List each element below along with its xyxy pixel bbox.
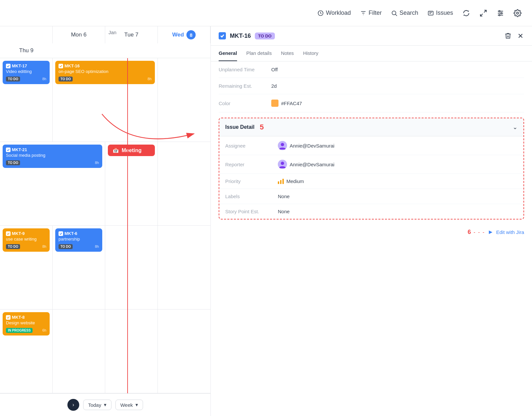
task-title: use case writing — [6, 237, 46, 242]
task-title: on-page SEO optimization — [59, 69, 152, 75]
task-title: Social media posting — [6, 153, 99, 158]
search-btn[interactable]: Search — [391, 10, 418, 16]
week-label: Week — [120, 402, 133, 408]
edit-jira-number: 6 — [468, 229, 471, 236]
cell-mon-r2: MKT-21 Social media posting TO DO 8h — [0, 142, 105, 225]
day-label: Wed — [172, 32, 184, 38]
cell-wed-r4 — [105, 310, 158, 393]
task-hours: 8h — [95, 161, 99, 165]
search-label: Search — [399, 10, 418, 16]
calendar-header: Jan Mon 6 Tue 7 Wed 8 Thu 9 — [0, 26, 210, 58]
day-label: Tue 7 — [124, 32, 138, 38]
expand-icon — [479, 9, 487, 17]
detail-status-badge[interactable]: TO DO — [255, 33, 275, 39]
task-mkt6[interactable]: MKT-6 partnership TO DO 8h — [55, 228, 102, 252]
gear-icon — [514, 9, 521, 17]
tab-history[interactable]: History — [303, 46, 319, 61]
sliders-btn[interactable] — [496, 9, 504, 17]
task-id: MKT-16 — [64, 63, 80, 68]
issue-detail-header[interactable]: Issue Detail 5 ⌄ — [219, 118, 523, 136]
calendar-panel: Jan Mon 6 Tue 7 Wed 8 Thu 9 — [0, 26, 211, 416]
meeting-event[interactable]: 📅 Meeting — [108, 145, 155, 156]
field-story-points: Story Point Est. None — [219, 204, 523, 219]
task-check — [6, 148, 11, 152]
search-icon — [391, 10, 398, 16]
cell-wed-r2: 📅 Meeting — [105, 142, 158, 225]
edit-jira-link[interactable]: Edit with Jira — [496, 229, 524, 235]
field-label: Reporter — [225, 162, 278, 167]
calendar-row-4: MKT-8 Design website IN PROGRESS 6h — [0, 310, 210, 393]
day-wed8: Wed 8 — [158, 26, 210, 43]
task-id: MKT-8 — [12, 315, 25, 320]
refresh-btn[interactable] — [462, 9, 470, 17]
calendar-row-2: MKT-21 Social media posting TO DO 8h 📅 M… — [0, 142, 210, 226]
field-label: Unplanned Time — [219, 67, 271, 72]
filter-label: Filter — [369, 10, 382, 16]
cell-mon-r3: MKT-9 use case writing TO DO 8h — [0, 226, 53, 309]
task-hours: 8h — [42, 244, 46, 248]
status-badge: TO DO — [6, 77, 20, 81]
expand-btn[interactable] — [479, 9, 487, 17]
nav-prev-btn[interactable]: › — [67, 399, 79, 411]
edit-jira-dashes: - - - — [473, 229, 485, 235]
tab-plan-details[interactable]: Plan details — [246, 46, 272, 61]
status-badge: TO DO — [59, 244, 73, 249]
field-value: 2d — [271, 83, 277, 89]
task-mkt21[interactable]: MKT-21 Social media posting TO DO 8h — [3, 145, 102, 168]
field-assignee: Assignee Annie@DevSamurai — [219, 136, 523, 155]
field-value: Off — [271, 67, 278, 72]
field-value[interactable]: Annie@DevSamurai — [278, 141, 334, 150]
cell-thu-r4 — [158, 310, 210, 393]
edit-jira-arrow-icon: ► — [488, 229, 494, 236]
calendar-row-1: MKT-17 Video editting TO DO 8h — [0, 58, 210, 142]
issue-detail-count: 5 — [260, 123, 264, 131]
status-badge: IN PROGRESS — [6, 328, 33, 333]
settings-btn[interactable] — [514, 9, 521, 17]
task-mkt17[interactable]: MKT-17 Video editting TO DO 8h — [3, 61, 50, 84]
issues-icon — [427, 10, 434, 16]
task-mkt9[interactable]: MKT-9 use case writing TO DO 8h — [3, 228, 50, 252]
issues-btn[interactable]: Issues — [427, 10, 453, 16]
tab-general[interactable]: General — [219, 46, 237, 61]
today-dropdown[interactable]: Today ▾ — [83, 400, 111, 410]
delete-btn[interactable] — [504, 32, 512, 39]
detail-header: MKT-16 TO DO — [211, 26, 532, 46]
trash-icon — [504, 32, 512, 39]
detail-panel: MKT-16 TO DO General Plan details Notes — [211, 26, 532, 416]
edit-jira-row: 6 - - - ► Edit with Jira — [211, 225, 532, 240]
main-layout: Jan Mon 6 Tue 7 Wed 8 Thu 9 — [0, 26, 532, 416]
field-label: Color — [219, 101, 271, 106]
field-color: Color #FFAC47 — [219, 94, 524, 112]
svg-point-15 — [501, 12, 502, 14]
field-value[interactable]: Annie@DevSamurai — [278, 160, 334, 169]
meeting-label: Meeting — [122, 148, 141, 153]
status-badge: TO DO — [6, 244, 20, 249]
day-label: Thu 9 — [19, 47, 33, 54]
task-mkt16[interactable]: MKT-16 on-page SEO optimization TO DO 8h — [55, 61, 155, 84]
issue-detail-section: Issue Detail 5 ⌄ Assignee Annie@DevSamur… — [219, 118, 524, 220]
filter-btn[interactable]: Filter — [360, 10, 382, 16]
field-value: None — [278, 194, 290, 199]
color-swatch[interactable] — [271, 100, 278, 107]
svg-line-5 — [396, 14, 397, 16]
task-mkt8[interactable]: MKT-8 Design website IN PROGRESS 6h — [3, 312, 50, 335]
field-reporter: Reporter Annie@DevSamurai — [219, 155, 523, 174]
calendar-rows: MKT-17 Video editting TO DO 8h — [0, 58, 210, 393]
task-id: MKT-9 — [12, 231, 25, 236]
field-label: Assignee — [225, 143, 278, 149]
field-labels: Labels None — [219, 189, 523, 204]
filter-icon — [360, 10, 367, 16]
workload-btn[interactable]: Workload — [317, 10, 351, 16]
sliders-icon — [496, 9, 504, 17]
calendar-row-3: MKT-9 use case writing TO DO 8h — [0, 226, 210, 310]
month-label: Jan — [109, 30, 116, 35]
avatar — [278, 141, 287, 150]
field-value[interactable]: Medium — [278, 178, 304, 184]
task-title: partnership — [59, 237, 99, 242]
tab-notes[interactable]: Notes — [281, 46, 294, 61]
close-btn[interactable] — [517, 32, 524, 39]
task-hours: 6h — [42, 328, 46, 332]
task-title: Design website — [6, 320, 46, 326]
week-dropdown[interactable]: Week ▾ — [115, 400, 143, 410]
today-label: Today — [88, 402, 101, 408]
